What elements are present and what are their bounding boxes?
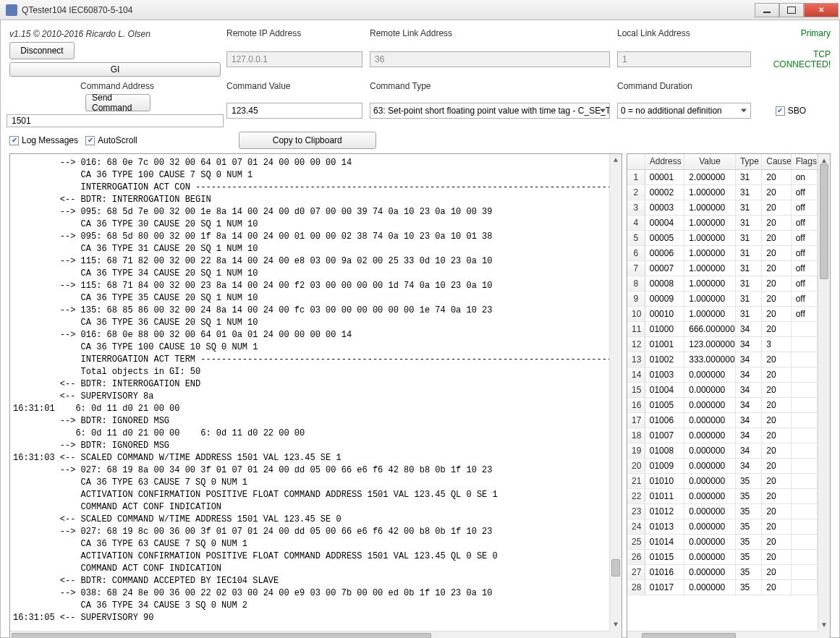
window-minimize-button[interactable] bbox=[755, 3, 779, 17]
table-row[interactable]: 3000031.0000003120off bbox=[627, 200, 818, 215]
table-row[interactable]: 1301002333.0000003420 bbox=[627, 352, 818, 367]
cell-value: 0.000000 bbox=[684, 412, 736, 428]
cell-type: 35 bbox=[735, 488, 761, 503]
cell-address: 01004 bbox=[645, 382, 684, 397]
data-grid[interactable]: Address Value Type Cause Flags 1000012.0… bbox=[627, 154, 818, 595]
grid-header-cause[interactable]: Cause bbox=[762, 154, 791, 169]
grid-scrollbar-vertical[interactable]: ▲ ▼ bbox=[818, 154, 830, 631]
scroll-down-icon[interactable]: ▼ bbox=[610, 618, 621, 631]
cell-value: 0.000000 bbox=[684, 549, 736, 564]
cell-value: 1.000000 bbox=[684, 215, 736, 230]
log-scrollbar-horizontal[interactable] bbox=[10, 631, 609, 638]
scroll-thumb[interactable] bbox=[611, 559, 620, 577]
table-row[interactable]: 20010090.0000003420 bbox=[627, 458, 818, 473]
cell-cause: 20 bbox=[762, 473, 791, 488]
cell-cause: 20 bbox=[762, 245, 791, 260]
cell-value: 1.000000 bbox=[684, 184, 736, 200]
cell-address: 01006 bbox=[645, 412, 684, 428]
cell-type: 34 bbox=[735, 321, 761, 336]
local-link-input[interactable] bbox=[617, 51, 751, 67]
cell-value: 2.000000 bbox=[684, 169, 736, 184]
grid-scrollbar-horizontal[interactable] bbox=[627, 631, 818, 638]
command-value-input[interactable] bbox=[226, 103, 362, 119]
table-row[interactable]: 19010080.0000003420 bbox=[627, 443, 818, 458]
cell-address: 01000 bbox=[645, 321, 684, 336]
table-row[interactable]: 1000012.0000003120on bbox=[627, 169, 818, 184]
table-row[interactable]: 4000041.0000003120off bbox=[627, 215, 818, 230]
window-close-button[interactable] bbox=[804, 3, 839, 17]
table-row[interactable]: 26010150.0000003520 bbox=[627, 549, 818, 564]
log-scrollbar-vertical[interactable]: ▲ ▼ bbox=[609, 154, 621, 631]
cell-value: 1.000000 bbox=[684, 291, 736, 306]
cell-value: 1.000000 bbox=[684, 245, 736, 260]
grid-header-row: Address Value Type Cause Flags bbox=[627, 154, 818, 169]
table-row[interactable]: 23010120.0000003520 bbox=[627, 503, 818, 519]
table-row[interactable]: 5000051.0000003120off bbox=[627, 230, 818, 245]
send-command-button[interactable]: Send Command bbox=[85, 94, 150, 111]
table-row[interactable]: 25010140.0000003520 bbox=[627, 534, 818, 549]
cell-value: 1.000000 bbox=[684, 276, 736, 291]
log-content[interactable]: --> 016: 68 0e 7c 00 32 00 64 01 07 01 2… bbox=[10, 154, 609, 631]
table-row[interactable]: 14010030.0000003420 bbox=[627, 367, 818, 382]
cell-cause: 20 bbox=[762, 276, 791, 291]
table-row[interactable]: 17010060.0000003420 bbox=[627, 412, 818, 428]
scroll-up-icon[interactable]: ▲ bbox=[610, 154, 621, 166]
cell-address: 00002 bbox=[645, 184, 684, 200]
scroll-corner bbox=[609, 631, 621, 638]
remote-ip-input[interactable] bbox=[226, 51, 362, 67]
cell-address: 01003 bbox=[645, 367, 684, 382]
app-icon bbox=[6, 4, 17, 16]
disconnect-button[interactable]: Disconnect bbox=[9, 42, 75, 59]
table-row[interactable]: 22010110.0000003520 bbox=[627, 488, 818, 503]
row-header: 27 bbox=[627, 564, 645, 579]
grid-header-flags[interactable]: Flags bbox=[791, 154, 817, 169]
log-messages-checkbox[interactable]: Log Messages bbox=[9, 135, 78, 145]
grid-header-type[interactable]: Type bbox=[735, 154, 761, 169]
table-row[interactable]: 15010040.0000003420 bbox=[627, 382, 818, 397]
row-header: 3 bbox=[627, 200, 645, 215]
cell-flags bbox=[791, 458, 817, 473]
table-row[interactable]: 1201001123.000000343 bbox=[627, 336, 818, 352]
table-row[interactable]: 28010170.0000003520 bbox=[627, 579, 818, 595]
table-row[interactable]: 16010050.0000003420 bbox=[627, 397, 818, 412]
table-row[interactable]: 18010070.0000003420 bbox=[627, 428, 818, 443]
table-row[interactable]: 21010100.0000003520 bbox=[627, 473, 818, 488]
gi-button[interactable]: GI bbox=[9, 62, 221, 77]
table-row[interactable]: 2000021.0000003120off bbox=[627, 184, 818, 200]
cell-value: 0.000000 bbox=[684, 443, 736, 458]
copy-to-clipboard-button[interactable]: Copy to Clipboard bbox=[239, 132, 376, 149]
label-cmd-type: Command Type bbox=[370, 81, 617, 91]
cell-cause: 20 bbox=[762, 169, 791, 184]
command-type-select[interactable]: 63: Set-point short floating point value… bbox=[370, 103, 610, 119]
row-header: 19 bbox=[627, 443, 645, 458]
cell-value: 0.000000 bbox=[684, 519, 736, 534]
cell-cause: 20 bbox=[762, 230, 791, 245]
command-address-input[interactable] bbox=[7, 114, 224, 127]
grid-header-address[interactable]: Address bbox=[645, 154, 684, 169]
sbo-checkbox[interactable]: SBO bbox=[776, 106, 806, 116]
scroll-thumb[interactable] bbox=[820, 163, 828, 279]
scroll-down-icon[interactable]: ▼ bbox=[818, 618, 830, 631]
table-row[interactable]: 24010130.0000003520 bbox=[627, 519, 818, 534]
cell-type: 31 bbox=[735, 276, 761, 291]
table-row[interactable]: 27010160.0000003520 bbox=[627, 564, 818, 579]
scroll-thumb[interactable] bbox=[642, 633, 736, 638]
table-row[interactable]: 9000091.0000003120off bbox=[627, 291, 818, 306]
table-row[interactable]: 10000101.0000003120off bbox=[627, 306, 818, 321]
table-row[interactable]: 7000071.0000003120off bbox=[627, 260, 818, 276]
scroll-thumb[interactable] bbox=[12, 633, 431, 638]
cell-flags bbox=[791, 397, 817, 412]
window-maximize-button[interactable] bbox=[779, 3, 804, 17]
row-header: 26 bbox=[627, 549, 645, 564]
autoscroll-checkbox[interactable]: AutoScroll bbox=[85, 135, 137, 145]
cell-flags bbox=[791, 564, 817, 579]
cell-value: 0.000000 bbox=[684, 458, 736, 473]
table-row[interactable]: 1101000666.0000003420 bbox=[627, 321, 818, 336]
remote-link-input[interactable] bbox=[370, 51, 610, 67]
log-pane: --> 016: 68 0e 7c 00 32 00 64 01 07 01 2… bbox=[9, 153, 622, 638]
grid-header-value[interactable]: Value bbox=[684, 154, 736, 169]
table-row[interactable]: 6000061.0000003120off bbox=[627, 245, 818, 260]
command-duration-select[interactable]: 0 = no additional definition bbox=[617, 103, 751, 119]
cell-flags bbox=[791, 534, 817, 549]
table-row[interactable]: 8000081.0000003120off bbox=[627, 276, 818, 291]
